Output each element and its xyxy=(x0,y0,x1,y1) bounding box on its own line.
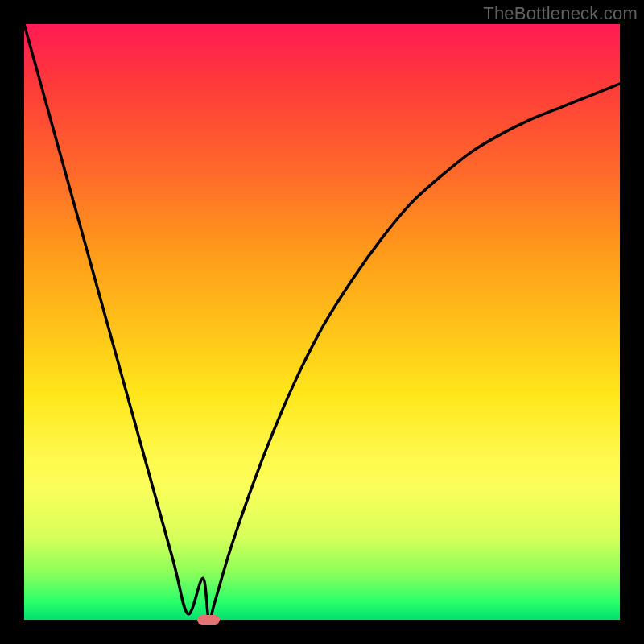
bottleneck-curve xyxy=(24,24,620,620)
plot-area xyxy=(24,24,620,620)
chart-frame: TheBottleneck.com xyxy=(0,0,644,644)
watermark-text: TheBottleneck.com xyxy=(483,3,638,24)
minimum-marker xyxy=(197,615,220,625)
curve-path xyxy=(24,24,620,621)
